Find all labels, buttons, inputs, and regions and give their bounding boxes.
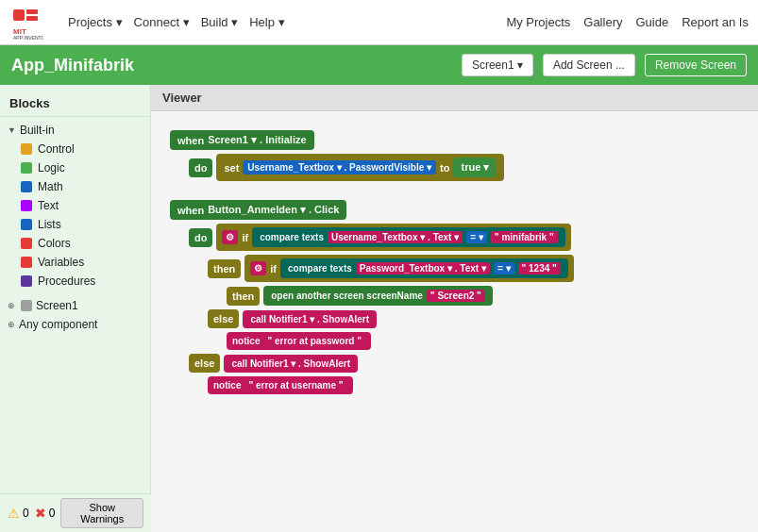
sidebar-item-logic[interactable]: Logic bbox=[0, 158, 150, 177]
screen1-color-block bbox=[21, 300, 32, 311]
nav-links: Projects ▾ Connect ▾ Build ▾ Help ▾ bbox=[68, 15, 506, 29]
sidebar-lists-label: Lists bbox=[38, 218, 61, 231]
nav-gallery[interactable]: Gallery bbox=[583, 15, 622, 29]
svg-text:APP INVENTOR: APP INVENTOR bbox=[13, 35, 43, 40]
gear-icon-block[interactable]: ⚙ bbox=[222, 230, 238, 244]
else-label[interactable]: else bbox=[208, 309, 239, 328]
notice-password-row: notice " error at password " bbox=[227, 332, 739, 350]
inner-if-block[interactable]: ⚙ if compare texts Password_Textbox ▾ . … bbox=[244, 255, 574, 282]
then-open-screen-row: then open another screen screenName " Sc… bbox=[227, 286, 739, 306]
sidebar-variables-label: Variables bbox=[38, 256, 84, 269]
call-notifier1-showalert-block[interactable]: call Notifier1 ▾ . ShowAlert bbox=[243, 310, 377, 328]
viewer-header: Viewer bbox=[151, 85, 758, 111]
eq-block2[interactable]: = ▾ bbox=[494, 262, 514, 274]
username-password-visible[interactable]: Username_Textbox ▾ . PasswordVisible ▾ bbox=[243, 160, 436, 175]
do-if-row: do ⚙ if compare texts Username_Textbox ▾… bbox=[189, 224, 739, 251]
sidebar: Blocks ▼ Built-in Control Logic Math Tex… bbox=[0, 85, 151, 532]
plus-icon: ⊕ bbox=[8, 301, 15, 310]
call-notifier1-showalert-username-block[interactable]: call Notifier1 ▾ . ShowAlert bbox=[224, 355, 358, 373]
else-label2[interactable]: else bbox=[189, 354, 220, 373]
when-label: when bbox=[177, 135, 204, 146]
sidebar-item-text[interactable]: Text bbox=[0, 196, 150, 215]
else-notifier-username-row: else call Notifier1 ▾ . ShowAlert bbox=[189, 354, 739, 373]
sidebar-item-math[interactable]: Math bbox=[0, 177, 150, 196]
logo-area: MIT APP INVENTOR bbox=[9, 6, 49, 40]
error-username-block[interactable]: " error at username " bbox=[244, 379, 346, 391]
add-screen-button[interactable]: Add Screen ... bbox=[543, 54, 635, 76]
when-screen1-initialize-block[interactable]: when Screen1 ▾ . Initialize bbox=[170, 130, 314, 150]
sidebar-screen1-label: Screen1 bbox=[36, 299, 78, 312]
nav-report[interactable]: Report an Is bbox=[682, 15, 749, 29]
chevron-down-icon: ▼ bbox=[8, 125, 16, 135]
screen1-button[interactable]: Screen1 ▾ bbox=[462, 54, 533, 76]
block-group-initialize: when Screen1 ▾ . Initialize do set Usern… bbox=[170, 130, 739, 181]
val-1234-block[interactable]: " 1234 " bbox=[518, 262, 561, 274]
gear-icon2[interactable]: ⚙ bbox=[250, 261, 266, 275]
main-layout: Blocks ▼ Built-in Control Logic Math Tex… bbox=[0, 85, 758, 532]
password-text-block[interactable]: Password_Textbox ▾ . Text ▾ bbox=[356, 262, 490, 274]
sidebar-item-control[interactable]: Control bbox=[0, 140, 150, 158]
nav-build[interactable]: Build ▾ bbox=[201, 15, 239, 29]
sidebar-item-lists[interactable]: Lists bbox=[0, 215, 150, 234]
sidebar-text-label: Text bbox=[38, 199, 59, 212]
when-button-click-block[interactable]: when Button_Anmelden ▾ . Click bbox=[170, 200, 346, 220]
true-block[interactable]: true ▾ bbox=[453, 158, 497, 177]
viewer-canvas[interactable]: when Screen1 ▾ . Initialize do set Usern… bbox=[151, 111, 758, 489]
variables-color-block bbox=[21, 257, 32, 268]
eq-block[interactable]: = ▾ bbox=[466, 231, 487, 243]
else-notifier-password-row: else call Notifier1 ▾ . ShowAlert bbox=[208, 309, 739, 328]
do-label-block[interactable]: do bbox=[189, 158, 212, 177]
sidebar-procedures-label: Procedures bbox=[38, 274, 95, 288]
error-password-block[interactable]: " error at password " bbox=[263, 335, 365, 347]
nav-right: My Projects Gallery Guide Report an Is bbox=[506, 15, 749, 29]
open-screen-block[interactable]: open another screen screenName " Screen2… bbox=[263, 286, 493, 306]
sidebar-title: Blocks bbox=[0, 92, 150, 117]
control-color-block bbox=[21, 143, 32, 155]
nav-guide[interactable]: Guide bbox=[635, 15, 668, 29]
notice-username-label[interactable]: notice " error at username " bbox=[208, 376, 353, 394]
screen2-block[interactable]: " Screen2 " bbox=[427, 290, 485, 302]
sidebar-any-component-header[interactable]: ⊕ Any component bbox=[0, 315, 150, 334]
button-click-label: Button_Anmelden ▾ . Click bbox=[208, 204, 339, 216]
sidebar-any-label: Any component bbox=[19, 318, 97, 331]
username-text-block[interactable]: Username_Textbox ▾ . Text ▾ bbox=[328, 231, 463, 243]
nav-my-projects[interactable]: My Projects bbox=[506, 15, 570, 29]
sidebar-builtin-header[interactable]: ▼ Built-in bbox=[0, 121, 150, 140]
then-label[interactable]: then bbox=[208, 259, 241, 278]
sidebar-colors-label: Colors bbox=[38, 237, 71, 250]
outer-if-block[interactable]: ⚙ if compare texts Username_Textbox ▾ . … bbox=[216, 224, 570, 251]
colors-color-block bbox=[21, 238, 32, 249]
remove-screen-button[interactable]: Remove Screen bbox=[645, 54, 747, 76]
nav-projects[interactable]: Projects ▾ bbox=[68, 15, 123, 29]
sidebar-item-colors[interactable]: Colors bbox=[0, 234, 150, 253]
notice-label[interactable]: notice " error at password " bbox=[227, 332, 371, 350]
screen1-init-label: Screen1 ▾ . Initialize bbox=[208, 134, 306, 146]
nav-connect[interactable]: Connect ▾ bbox=[134, 15, 190, 29]
viewer: Viewer when Screen1 ▾ . Initialize do se… bbox=[151, 85, 758, 532]
navbar: MIT APP INVENTOR Projects ▾ Connect ▾ Bu… bbox=[0, 0, 758, 45]
appbar: App_Minifabrik Screen1 ▾ Add Screen ... … bbox=[0, 45, 758, 85]
plus-icon2: ⊕ bbox=[8, 320, 15, 329]
nav-help[interactable]: Help ▾ bbox=[249, 15, 284, 29]
do-set-row: do set Username_Textbox ▾ . PasswordVisi… bbox=[189, 154, 739, 181]
lists-color-block bbox=[21, 219, 32, 230]
svg-rect-2 bbox=[26, 9, 38, 14]
set-block[interactable]: set Username_Textbox ▾ . PasswordVisible… bbox=[216, 154, 504, 181]
procedures-color-block bbox=[21, 275, 32, 287]
svg-rect-1 bbox=[13, 9, 25, 21]
notice-username-row: notice " error at username " bbox=[208, 376, 739, 394]
compare-password-block[interactable]: compare texts Password_Textbox ▾ . Text … bbox=[280, 258, 568, 278]
sidebar-item-procedures[interactable]: Procedures bbox=[0, 272, 150, 291]
text-color-block bbox=[21, 200, 32, 211]
logic-color-block bbox=[21, 162, 32, 174]
sidebar-math-label: Math bbox=[38, 180, 63, 193]
when-initialize-row: when Screen1 ▾ . Initialize bbox=[170, 130, 739, 150]
sidebar-screen1-header[interactable]: ⊕ Screen1 bbox=[0, 296, 150, 315]
sidebar-item-variables[interactable]: Variables bbox=[0, 253, 150, 272]
do-label2[interactable]: do bbox=[189, 228, 212, 247]
compare-texts-block[interactable]: compare texts Username_Textbox ▾ . Text … bbox=[252, 227, 565, 247]
minifabrik-block[interactable]: " minifabrik " bbox=[491, 231, 558, 243]
then-label2[interactable]: then bbox=[227, 287, 260, 306]
math-color-block bbox=[21, 181, 32, 192]
then-if-row: then ⚙ if compare texts Password_Textbox… bbox=[208, 255, 739, 282]
